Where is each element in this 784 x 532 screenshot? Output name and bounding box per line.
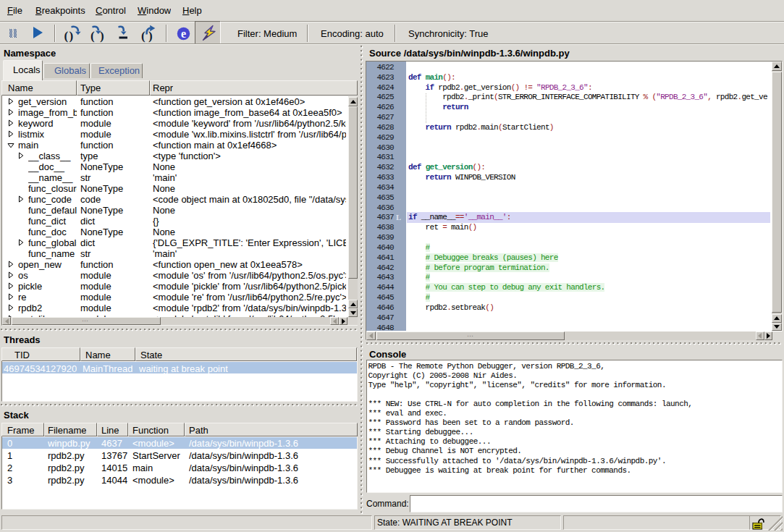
svg-text:): ) [69,29,74,43]
svg-text:(: ( [141,29,146,43]
svg-text:e: e [181,28,186,40]
svg-text:(: ( [64,29,69,43]
svg-text:(: ( [90,29,95,43]
svg-text:): ) [100,29,104,43]
